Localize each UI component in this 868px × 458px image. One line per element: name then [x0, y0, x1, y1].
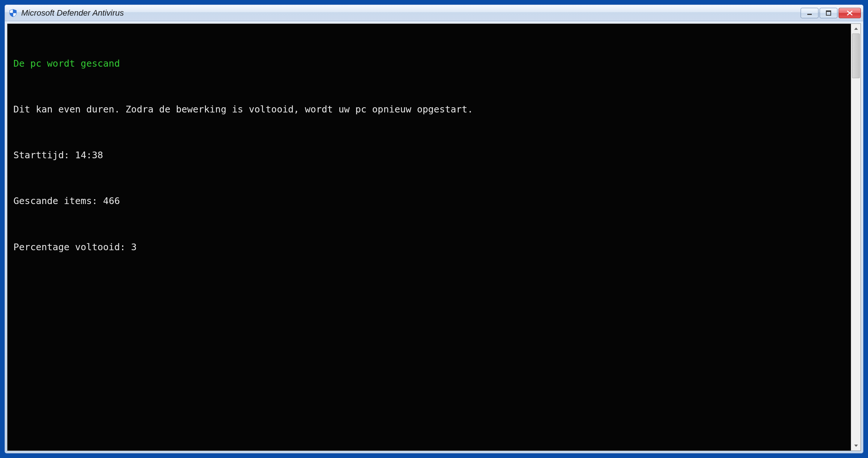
- svg-rect-4: [826, 11, 831, 12]
- start-time-line: Starttijd: 14:38: [13, 149, 845, 162]
- percent-complete-line: Percentage voltooid: 3: [13, 241, 845, 254]
- minimize-icon: [807, 10, 813, 16]
- client-area: De pc wordt gescand Dit kan even duren. …: [5, 21, 863, 453]
- scanned-items-label: Gescande items:: [13, 195, 98, 206]
- console-output: De pc wordt gescand Dit kan even duren. …: [7, 24, 851, 451]
- maximize-icon: [826, 10, 832, 16]
- scanned-items-line: Gescande items: 466: [13, 195, 845, 207]
- defender-shield-icon: [9, 9, 18, 18]
- start-time-label: Starttijd:: [13, 150, 70, 160]
- svg-rect-2: [807, 14, 812, 15]
- window-controls: [801, 8, 861, 18]
- window-frame: Microsoft Defender Antivirus: [4, 4, 864, 454]
- start-time-value: 14:38: [75, 150, 103, 160]
- maximize-button[interactable]: [820, 8, 837, 18]
- percent-complete-value: 3: [131, 242, 137, 252]
- scan-message: Dit kan even duren. Zodra de bewerking i…: [13, 103, 845, 116]
- console-window: De pc wordt gescand Dit kan even duren. …: [7, 23, 861, 451]
- close-icon: [846, 10, 853, 16]
- scrollbar-thumb[interactable]: [852, 34, 860, 78]
- close-button[interactable]: [839, 8, 861, 18]
- chevron-up-icon: [854, 28, 858, 30]
- window-title: Microsoft Defender Antivirus: [21, 8, 801, 18]
- chevron-down-icon: [854, 445, 858, 447]
- vertical-scrollbar[interactable]: [851, 24, 861, 451]
- scan-heading: De pc wordt gescand: [13, 57, 845, 70]
- scanned-items-value: 466: [103, 195, 120, 206]
- titlebar[interactable]: Microsoft Defender Antivirus: [5, 5, 863, 21]
- scrollbar-track[interactable]: [851, 34, 861, 441]
- scroll-up-button[interactable]: [851, 24, 861, 34]
- scroll-down-button[interactable]: [851, 441, 861, 451]
- minimize-button[interactable]: [801, 8, 818, 18]
- percent-complete-label: Percentage voltooid:: [13, 242, 125, 252]
